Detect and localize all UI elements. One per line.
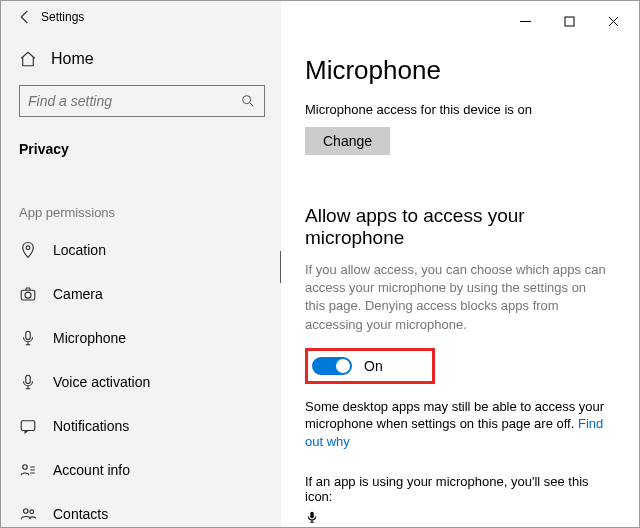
section-label: App permissions: [19, 205, 265, 220]
sidebar-item-label: Location: [53, 242, 106, 258]
search-input[interactable]: [28, 93, 240, 109]
svg-point-1: [26, 246, 30, 250]
home-label: Home: [51, 50, 94, 68]
back-button[interactable]: [9, 1, 41, 33]
sidebar-item-label: Contacts: [53, 506, 108, 522]
sidebar-item-voice-activation[interactable]: Voice activation: [15, 360, 265, 404]
sidebar-item-microphone[interactable]: Microphone: [15, 316, 265, 360]
svg-rect-6: [21, 421, 35, 431]
search-icon: [240, 93, 256, 109]
sidebar-item-label: Account info: [53, 462, 130, 478]
sidebar-item-camera[interactable]: Camera: [15, 272, 265, 316]
svg-point-7: [23, 465, 28, 470]
page-title: Microphone: [305, 55, 609, 86]
sidebar-item-label: Voice activation: [53, 374, 150, 390]
home-icon: [19, 50, 37, 68]
allow-heading: Allow apps to access your microphone: [305, 205, 609, 249]
svg-point-3: [25, 292, 31, 298]
access-status: Microphone access for this device is on: [305, 102, 609, 117]
allow-toggle-row: On: [305, 348, 435, 384]
sidebar-item-label: Camera: [53, 286, 103, 302]
toggle-state-label: On: [364, 358, 383, 374]
sidebar-item-label: Microphone: [53, 330, 126, 346]
allow-description: If you allow access, you can choose whic…: [305, 261, 609, 334]
desktop-note: Some desktop apps may still be able to a…: [305, 398, 609, 451]
mic-indicator-icon: [305, 508, 609, 527]
category-label: Privacy: [19, 141, 265, 157]
svg-point-8: [24, 509, 29, 514]
svg-rect-11: [310, 512, 314, 518]
search-box[interactable]: [19, 85, 265, 117]
svg-point-9: [30, 510, 34, 514]
svg-rect-5: [26, 375, 31, 383]
contacts-icon: [19, 505, 37, 523]
svg-rect-10: [565, 17, 574, 26]
minimize-button[interactable]: [503, 7, 547, 35]
microphone-icon: [19, 329, 37, 347]
sidebar-item-location[interactable]: Location: [15, 228, 265, 272]
window-title: Settings: [41, 10, 84, 24]
scroll-indicator: [280, 251, 281, 283]
sidebar-item-label: Notifications: [53, 418, 129, 434]
close-button[interactable]: [591, 7, 635, 35]
account-icon: [19, 461, 37, 479]
change-button[interactable]: Change: [305, 127, 390, 155]
home-button[interactable]: Home: [19, 37, 265, 81]
sidebar-item-notifications[interactable]: Notifications: [15, 404, 265, 448]
camera-icon: [19, 285, 37, 303]
sidebar-item-account-info[interactable]: Account info: [15, 448, 265, 492]
svg-point-0: [243, 96, 251, 104]
sidebar-item-contacts[interactable]: Contacts: [15, 492, 265, 527]
voice-icon: [19, 373, 37, 391]
notifications-icon: [19, 417, 37, 435]
svg-rect-4: [26, 331, 31, 339]
maximize-button[interactable]: [547, 7, 591, 35]
allow-toggle[interactable]: [312, 357, 352, 375]
location-icon: [19, 241, 37, 259]
using-text: If an app is using your microphone, you'…: [305, 474, 609, 504]
